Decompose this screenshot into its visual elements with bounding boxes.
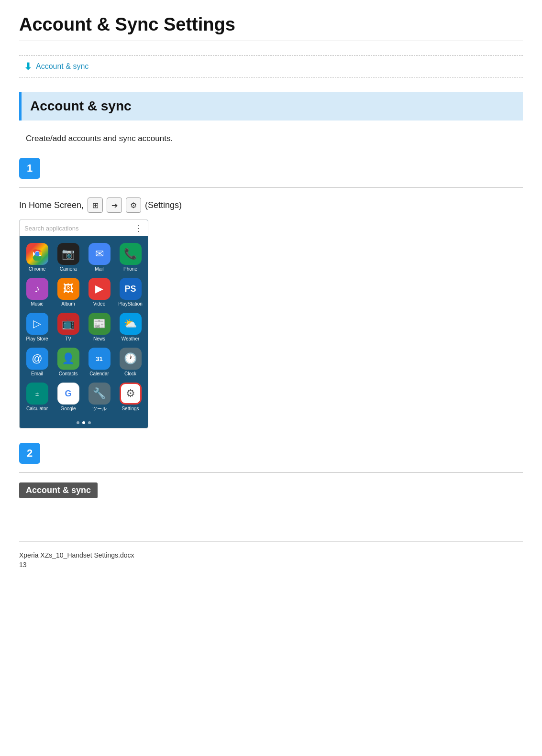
phone-search-placeholder: Search applications <box>24 225 78 232</box>
tv-label: TV <box>65 336 71 342</box>
breadcrumb: ⬇ Account & sync <box>19 55 523 77</box>
list-item: ▷ Play Store <box>22 310 53 345</box>
list-item: ♪ Music <box>22 275 53 310</box>
calculator-label: Calculator <box>26 406 48 412</box>
clock-label: Clock <box>124 371 136 377</box>
google-icon: G <box>57 383 79 405</box>
chrome-label: Chrome <box>29 266 46 272</box>
email-icon: @ <box>26 348 48 370</box>
album-label: Album <box>61 301 75 307</box>
list-item: ⛅ Weather <box>115 310 146 345</box>
list-item: 🕐 Clock <box>115 345 146 380</box>
google-label: Google <box>60 406 76 412</box>
music-label: Music <box>31 301 43 307</box>
list-item: 🖼 Album <box>53 275 84 310</box>
weather-label: Weather <box>122 336 140 342</box>
page-title: Account & Sync Settings <box>19 14 523 41</box>
step-1-section: 1 In Home Screen, ⊞ ➔ ⚙ (Settings) Searc… <box>19 158 523 428</box>
list-item: Chrome <box>22 240 53 275</box>
phone-menu-dots-icon: ⋮ <box>134 223 143 233</box>
list-item: @ Email <box>22 345 53 380</box>
step-1-badge: 1 <box>19 158 40 179</box>
list-item: ⚙ Settings <box>115 380 146 415</box>
clock-icon: 🕐 <box>120 348 142 370</box>
camera-icon: 📷 <box>57 243 79 265</box>
step-1-suffix: (Settings) <box>145 200 182 210</box>
footer-page-number: 13 <box>19 561 523 569</box>
chrome-icon <box>26 243 48 265</box>
news-icon: 📰 <box>88 313 111 335</box>
list-item: 📺 TV <box>53 310 84 345</box>
tools-label: ツール <box>92 406 107 412</box>
step-1-prefix: In Home Screen, <box>19 200 84 210</box>
album-icon: 🖼 <box>57 278 79 300</box>
tools-icon: 🔧 <box>88 383 111 405</box>
email-label: Email <box>31 371 43 377</box>
step-2-section: 2 Account & sync <box>19 443 523 522</box>
apps-grid-icon: ⊞ <box>88 197 103 213</box>
list-item: 📷 Camera <box>53 240 84 275</box>
calendar-label: Calendar <box>89 371 109 377</box>
contacts-label: Contacts <box>59 371 77 377</box>
phone-search-bar: Search applications ⋮ <box>20 220 148 236</box>
calendar-icon: 31 <box>88 348 111 370</box>
playstore-icon: ▷ <box>26 313 48 335</box>
mail-icon: ✉ <box>88 243 111 265</box>
news-label: News <box>93 336 105 342</box>
dot-1 <box>77 421 79 424</box>
section-heading: Account & sync <box>30 99 132 113</box>
list-item: ✉ Mail <box>84 240 115 275</box>
dot-2-active <box>82 421 85 424</box>
tv-icon: 📺 <box>57 313 79 335</box>
video-icon: ▶ <box>88 278 111 300</box>
list-item: ▶ Video <box>84 275 115 310</box>
footer: Xperia XZs_10_Handset Settings.docx 13 <box>19 541 523 569</box>
phone-app-label: Phone <box>123 266 137 272</box>
dot-3 <box>88 421 91 424</box>
step-1-instruction: In Home Screen, ⊞ ➔ ⚙ (Settings) <box>19 197 523 213</box>
list-item: 📰 News <box>84 310 115 345</box>
arrow-right-icon: ➔ <box>107 197 122 213</box>
section-description: Create/add accounts and sync accounts. <box>19 129 523 158</box>
list-item: ± Calculator <box>22 380 53 415</box>
list-item: 31 Calendar <box>84 345 115 380</box>
mail-label: Mail <box>95 266 103 272</box>
step-1-divider <box>19 187 523 188</box>
breadcrumb-arrow-icon: ⬇ <box>24 61 32 72</box>
breadcrumb-link[interactable]: Account & sync <box>36 62 88 71</box>
camera-label: Camera <box>60 266 77 272</box>
settings-app-label: Settings <box>122 406 139 412</box>
playstore-label: Play Store <box>26 336 48 342</box>
weather-icon: ⛅ <box>120 313 142 335</box>
footer-filename: Xperia XZs_10_Handset Settings.docx <box>19 551 523 559</box>
step-2-divider <box>19 472 523 473</box>
playstation-label: PlayStation <box>118 301 143 307</box>
phone-icon: 📞 <box>120 243 142 265</box>
list-item: PS PlayStation <box>115 275 146 310</box>
list-item: 🔧 ツール <box>84 380 115 415</box>
calculator-icon: ± <box>26 383 48 405</box>
settings-app-icon: ⚙ <box>120 383 142 405</box>
music-icon: ♪ <box>26 278 48 300</box>
account-sync-badge: Account & sync <box>19 482 98 498</box>
contacts-icon: 👤 <box>57 348 79 370</box>
playstation-icon: PS <box>120 278 142 300</box>
list-item: 👤 Contacts <box>53 345 84 380</box>
phone-page-dots <box>20 418 148 428</box>
phone-apps-grid: Chrome 📷 Camera ✉ Mail 📞 Phone ♪ Music <box>20 236 148 418</box>
step-2-badge: 2 <box>19 443 40 464</box>
list-item: 📞 Phone <box>115 240 146 275</box>
list-item: G Google <box>53 380 84 415</box>
video-label: Video <box>93 301 105 307</box>
section-header: Account & sync <box>19 92 523 121</box>
phone-screenshot: Search applications ⋮ Chrome 📷 Camera ✉ … <box>19 219 148 428</box>
settings-gear-icon: ⚙ <box>126 197 141 213</box>
